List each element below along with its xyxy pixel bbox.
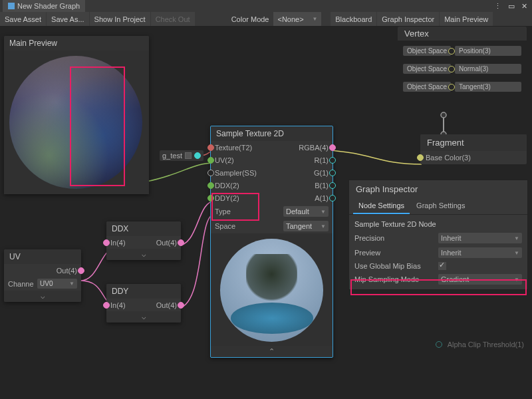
precision-dropdown[interactable]: Inherit▼ bbox=[438, 233, 522, 243]
color-mode-value: <None> bbox=[277, 15, 303, 23]
vertex-space-2[interactable]: Object Space bbox=[403, 82, 451, 92]
ddx-in-label: In(4) bbox=[110, 239, 126, 247]
sample-collapse[interactable]: ⌃ bbox=[211, 346, 332, 357]
tab-graph-settings[interactable]: Graph Settings bbox=[411, 198, 470, 214]
chevron-down-icon: ▼ bbox=[321, 209, 326, 215]
ddy-label: DDY(2) bbox=[215, 194, 239, 202]
show-in-project-button[interactable]: Show In Project bbox=[90, 12, 150, 26]
fragment-title: Fragment bbox=[420, 134, 527, 151]
ddy-node[interactable]: DDY In(4) Out(4) ⌵ bbox=[106, 284, 181, 323]
ddy-out-port[interactable] bbox=[178, 302, 184, 309]
uv-in-port[interactable] bbox=[207, 157, 214, 164]
ddy-collapse[interactable]: ⌵ bbox=[106, 311, 181, 323]
uv-out-port[interactable] bbox=[78, 267, 84, 274]
preview-label: Preview bbox=[354, 249, 434, 257]
basecolor-label: Base Color(3) bbox=[426, 154, 471, 162]
ddx-title: DDX bbox=[106, 221, 181, 236]
main-preview-button[interactable]: Main Preview bbox=[440, 12, 493, 26]
ddx-label: DDX(2) bbox=[215, 182, 239, 190]
texture-label: Texture(T2) bbox=[215, 144, 252, 152]
ddy-in-port-sample[interactable] bbox=[207, 195, 214, 201]
chevron-down-icon: ▼ bbox=[514, 235, 519, 241]
chevron-down-icon: ▼ bbox=[514, 277, 519, 283]
ddx-collapse[interactable]: ⌵ bbox=[106, 249, 181, 260]
graph-inspector-panel[interactable]: Graph Inspector Node Settings Graph Sett… bbox=[348, 180, 528, 290]
uv-channel-label: Channe bbox=[8, 280, 34, 288]
window-tab[interactable]: New Shader Graph bbox=[3, 0, 85, 12]
save-as-button[interactable]: Save As... bbox=[47, 12, 89, 26]
mipbias-checkbox[interactable] bbox=[438, 262, 446, 270]
b-label: B(1) bbox=[315, 182, 329, 190]
mipbias-label: Use Global Mip Bias bbox=[354, 262, 434, 270]
minimize-button[interactable]: ▭ bbox=[506, 2, 517, 11]
type-label: Type bbox=[215, 207, 231, 215]
chevron-down-icon: ▼ bbox=[514, 250, 519, 256]
a-port[interactable] bbox=[329, 195, 336, 201]
vertex-space-1[interactable]: Object Space bbox=[403, 64, 451, 74]
r-port[interactable] bbox=[329, 157, 336, 164]
texture-in-port[interactable] bbox=[207, 144, 214, 151]
mipmode-label: Mip Sampling Mode bbox=[354, 275, 434, 283]
rgba-port[interactable] bbox=[329, 144, 336, 151]
main-preview-panel[interactable]: Main Preview bbox=[4, 36, 149, 194]
g-test-out-port[interactable] bbox=[194, 152, 201, 159]
alpha-port[interactable] bbox=[436, 341, 442, 348]
vertex-normal: Normal(3) bbox=[455, 64, 521, 74]
ddy-in-label: In(4) bbox=[110, 301, 126, 309]
ddx-in-port[interactable] bbox=[103, 239, 110, 246]
fragment-panel[interactable]: Fragment Base Color(3) bbox=[420, 134, 527, 164]
uv-in-label: UV(2) bbox=[215, 156, 234, 164]
property-swatch bbox=[185, 152, 192, 159]
g-test-property[interactable]: g_test bbox=[160, 150, 203, 161]
position-port[interactable] bbox=[448, 48, 455, 55]
uv-node-title: UV bbox=[4, 249, 81, 264]
kebab-icon[interactable]: ⋮ bbox=[492, 2, 503, 11]
normal-port[interactable] bbox=[448, 66, 455, 72]
mipmode-dropdown[interactable]: Gradient▼ bbox=[438, 274, 522, 285]
close-button[interactable]: ✕ bbox=[519, 2, 529, 11]
ddy-title: DDY bbox=[106, 284, 181, 299]
chevron-down-icon: ▼ bbox=[321, 223, 326, 229]
g-label: G(1) bbox=[314, 169, 329, 177]
uv-node[interactable]: UV Out(4) Channe UV0▼ ⌵ bbox=[4, 249, 81, 302]
tab-node-settings[interactable]: Node Settings bbox=[353, 198, 410, 214]
color-mode-label: Color Mode bbox=[227, 12, 273, 26]
uv-channel-dropdown[interactable]: UV0▼ bbox=[37, 279, 77, 289]
uv-out-row: Out(4) bbox=[4, 264, 81, 277]
blackboard-button[interactable]: Blackboard bbox=[331, 12, 376, 26]
uv-collapse[interactable]: ⌵ bbox=[4, 291, 81, 302]
b-port[interactable] bbox=[329, 182, 336, 189]
color-mode-dropdown[interactable]: <None>▼ bbox=[273, 12, 321, 26]
g-port[interactable] bbox=[329, 170, 336, 176]
vertex-title: Vertex bbox=[398, 27, 527, 41]
preview-dropdown[interactable]: Inherit▼ bbox=[438, 247, 522, 258]
precision-label: Precision bbox=[354, 234, 434, 242]
space-dropdown[interactable]: Tangent▼ bbox=[283, 221, 329, 231]
vertex-position: Position(3) bbox=[455, 46, 521, 56]
chevron-down-icon: ▼ bbox=[313, 16, 318, 22]
svg-point-1 bbox=[441, 112, 446, 118]
chevron-down-icon: ▼ bbox=[69, 281, 74, 287]
basecolor-port[interactable] bbox=[417, 154, 424, 161]
ddx-in-port-sample[interactable] bbox=[207, 182, 214, 189]
rgba-label: RGBA(4) bbox=[299, 144, 329, 152]
uv-out-label: Out(4) bbox=[57, 267, 77, 275]
type-dropdown[interactable]: Default▼ bbox=[283, 206, 329, 217]
save-asset-button[interactable]: Save Asset bbox=[0, 12, 46, 26]
a-label: A(1) bbox=[315, 194, 329, 202]
vertex-space-0[interactable]: Object Space bbox=[403, 46, 451, 56]
space-label: Space bbox=[215, 222, 235, 230]
ddx-out-port[interactable] bbox=[178, 239, 184, 246]
ddx-node[interactable]: DDX In(4) Out(4) ⌵ bbox=[106, 221, 181, 260]
ddy-in-port[interactable] bbox=[103, 302, 110, 309]
graph-inspector-button[interactable]: Graph Inspector bbox=[377, 12, 439, 26]
shader-graph-icon bbox=[8, 3, 15, 9]
preview-sphere bbox=[9, 56, 142, 189]
inspector-title: Graph Inspector bbox=[349, 180, 527, 198]
sampler-in-port[interactable] bbox=[207, 170, 214, 176]
check-out-button: Check Out bbox=[151, 12, 195, 26]
alpha-label: Alpha Clip Threshold(1) bbox=[448, 340, 524, 348]
tangent-port[interactable] bbox=[448, 84, 455, 90]
sample-texture-2d-node[interactable]: Sample Texture 2D Texture(T2) UV(2) Samp… bbox=[210, 126, 333, 358]
inspector-heading: Sample Texture 2D Node bbox=[354, 217, 522, 231]
